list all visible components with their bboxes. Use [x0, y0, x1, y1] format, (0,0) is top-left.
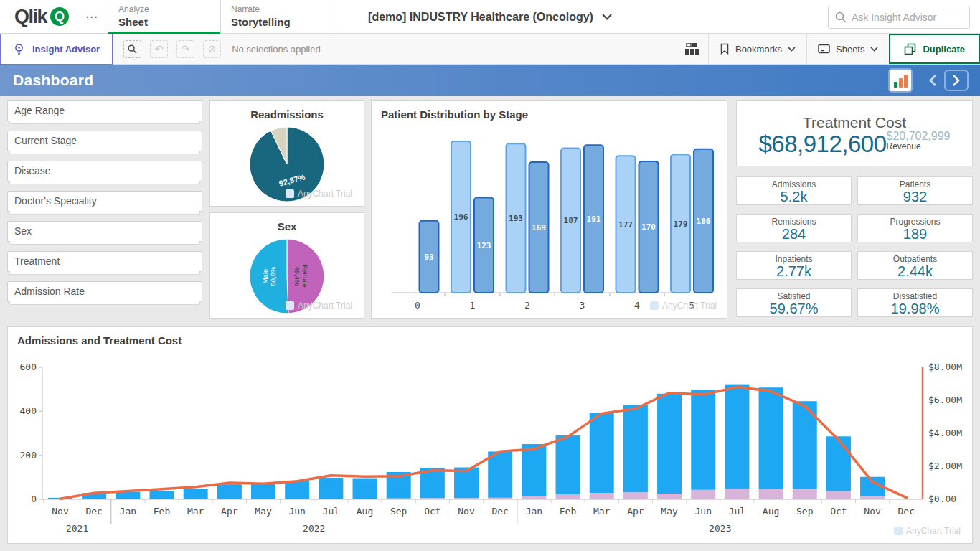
svg-text:Sep: Sep: [796, 506, 814, 517]
search-icon: [835, 11, 847, 23]
sex-pie-panel: Sex Female49,4%Male50,6% AnyChart Trial: [209, 212, 364, 319]
next-sheet-button[interactable]: [944, 70, 969, 91]
chevron-right-icon: [952, 74, 961, 87]
sheet-title: Dashboard: [13, 72, 890, 89]
tab-analyze-sheet[interactable]: Analyze Sheet: [108, 0, 221, 33]
chevron-down-icon: [602, 14, 612, 20]
clear-selections-icon: ⊘: [208, 43, 217, 55]
qlik-wordmark: Qlik: [14, 6, 47, 28]
svg-text:600: 600: [20, 362, 37, 372]
filter-doctors-speciality[interactable]: Doctor's Speciality: [7, 191, 202, 212]
filter-current-stage[interactable]: Current Stage: [7, 131, 202, 151]
stage-bar-chart[interactable]: 09311961232193169318719141771705179186: [372, 101, 727, 318]
sheet-header: Dashboard: [0, 65, 980, 96]
svg-text:Apr: Apr: [221, 506, 238, 517]
ask-insight-advisor-search[interactable]: [828, 6, 970, 29]
dashboard-sheet: Age Range Current Stage Disease Doctor's…: [0, 96, 980, 551]
insight-advisor-button[interactable]: Insight Advisor: [0, 34, 113, 65]
sheet-icon: [818, 44, 830, 54]
svg-text:123: 123: [477, 241, 491, 250]
sheets-dropdown[interactable]: Sheets: [806, 34, 889, 64]
anychart-icon: [286, 301, 294, 310]
svg-text:169: 169: [532, 223, 546, 232]
admissions-treatment-cost-chart[interactable]: 0200400600$0.00$2.00M$4.00M$6.00M$8.00MN…: [8, 327, 972, 543]
svg-text:177: 177: [618, 220, 633, 230]
filter-sex[interactable]: Sex: [7, 221, 202, 242]
redo-icon: ↷: [182, 43, 190, 55]
readmissions-pie-panel: Readmissions 92,87% AnyChart Trial: [209, 100, 364, 207]
kpi-satisfied: Satisfied59.67%: [736, 288, 852, 317]
top-bar: Qlik Q ⋯ Analyze Sheet Narrate Storytell…: [0, 0, 980, 34]
more-menu-icon[interactable]: ⋯: [76, 9, 108, 24]
filter-treatment[interactable]: Treatment: [7, 251, 202, 272]
svg-text:May: May: [255, 506, 272, 517]
anychart-icon: [650, 301, 659, 310]
tab-label: Storytelling: [231, 16, 291, 28]
svg-text:Jan: Jan: [120, 506, 136, 517]
app-overview-button[interactable]: [675, 43, 708, 55]
smart-search-button[interactable]: [123, 40, 141, 58]
filter-age-range[interactable]: Age Range: [7, 100, 202, 121]
chart-title: Admissions and Treatment Cost: [17, 334, 182, 347]
svg-text:$6.00M: $6.00M: [928, 395, 962, 405]
tab-label: Sheet: [118, 16, 148, 28]
qlik-q-badge-icon: Q: [50, 7, 69, 26]
redo-selection-button[interactable]: ↷: [176, 40, 194, 58]
filter-disease[interactable]: Disease: [7, 161, 202, 182]
svg-text:Jun: Jun: [288, 506, 305, 517]
kpi-value: $68,912,600: [759, 131, 887, 157]
svg-text:Aug: Aug: [357, 506, 373, 517]
app-title: [demo] INDUSTRY Healthcare (Oncology): [368, 11, 593, 24]
svg-text:$0.00: $0.00: [928, 494, 956, 504]
watermark: AnyChart Trial: [650, 301, 717, 311]
app-title-dropdown[interactable]: [demo] INDUSTRY Healthcare (Oncology): [368, 0, 612, 34]
search-input[interactable]: [852, 11, 959, 23]
svg-text:186: 186: [697, 217, 711, 226]
selections-status: No selections applied: [232, 44, 321, 55]
kpi-dissatisfied: Dissatisfied19.98%: [857, 288, 973, 317]
duplicate-button[interactable]: Duplicate: [889, 34, 980, 64]
kpi-outpatients: Outpatients2.44k: [857, 251, 973, 280]
kpi-inpatients: Inpatients2.77k: [736, 251, 852, 280]
treatment-cost-kpi: Treatment Cost $68,912,600 $20,702,999 R…: [736, 100, 973, 166]
svg-text:Jun: Jun: [694, 506, 711, 517]
qlik-logo: Qlik Q: [0, 0, 76, 33]
svg-text:2022: 2022: [303, 523, 325, 534]
grid-icon: [684, 43, 699, 55]
svg-text:179: 179: [674, 220, 688, 229]
svg-text:196: 196: [454, 212, 468, 222]
svg-text:Mar: Mar: [187, 506, 204, 517]
watermark: AnyChart Trial: [286, 301, 352, 311]
bookmarks-dropdown[interactable]: Bookmarks: [708, 34, 806, 64]
kpi-title: Treatment Cost: [803, 114, 906, 131]
undo-selection-button[interactable]: ↶: [150, 40, 168, 58]
svg-text:1: 1: [470, 300, 476, 311]
sheets-label: Sheets: [836, 44, 864, 55]
filter-admission-rate[interactable]: Admission Rate: [7, 281, 202, 302]
kpi-remissions: Remissions284: [736, 214, 852, 242]
svg-text:$8.00M: $8.00M: [928, 362, 962, 372]
svg-text:200: 200: [20, 450, 37, 461]
tab-narrate-storytelling[interactable]: Narrate Storytelling: [221, 0, 334, 33]
sheet-thumbnail-icon[interactable]: [890, 70, 911, 91]
insight-advisor-label: Insight Advisor: [32, 44, 100, 55]
svg-text:$2.00M: $2.00M: [928, 461, 962, 471]
svg-text:Nov: Nov: [864, 506, 881, 517]
anychart-icon: [894, 527, 903, 535]
clear-selections-button[interactable]: ⊘: [203, 40, 221, 58]
svg-text:Nov: Nov: [52, 506, 69, 517]
bookmark-icon: [720, 43, 730, 55]
svg-text:Feb: Feb: [154, 506, 171, 517]
selections-toolbar: Insight Advisor ↶ ↷ ⊘ No selections appl…: [0, 34, 980, 65]
chevron-down-icon: [870, 47, 878, 52]
svg-text:3: 3: [580, 300, 585, 311]
watermark: AnyChart Trial: [286, 189, 352, 199]
svg-text:187: 187: [564, 216, 578, 225]
svg-text:0: 0: [31, 494, 37, 504]
svg-text:Sep: Sep: [390, 506, 407, 517]
chart-title: Sex: [210, 220, 364, 232]
previous-sheet-button[interactable]: [928, 74, 937, 87]
svg-text:Jul: Jul: [323, 506, 339, 517]
svg-text:Apr: Apr: [627, 506, 644, 517]
svg-text:$4.00M: $4.00M: [928, 428, 962, 438]
